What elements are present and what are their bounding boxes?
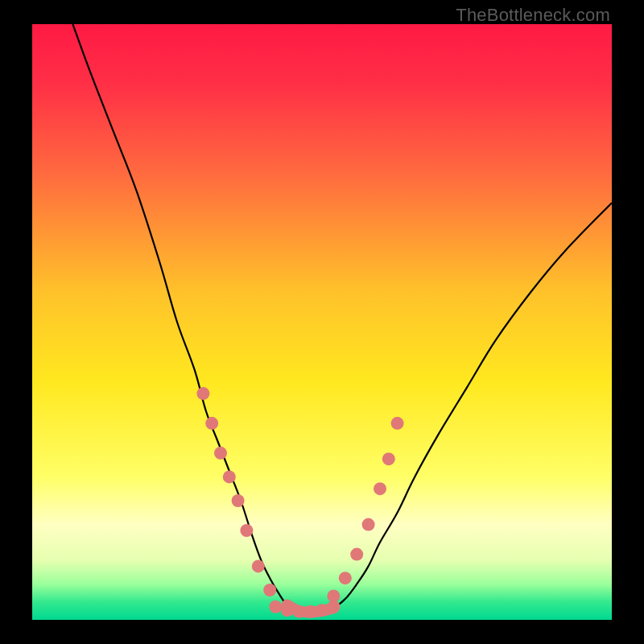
highlight-dot	[281, 604, 294, 617]
highlight-dot	[304, 605, 317, 618]
highlight-dot	[350, 548, 363, 561]
left-curve	[72, 24, 299, 611]
highlight-dot	[205, 417, 218, 430]
highlight-dot	[214, 447, 227, 460]
highlight-dot	[327, 601, 340, 613]
highlight-dot	[232, 494, 245, 507]
highlight-dot	[240, 524, 253, 537]
highlight-dots-right	[327, 417, 403, 603]
right-curve	[322, 203, 612, 611]
highlight-dot	[196, 387, 209, 400]
curves-layer	[32, 24, 612, 620]
highlight-dots-left	[196, 387, 276, 597]
highlight-dot	[316, 604, 328, 617]
highlight-dot	[252, 559, 265, 572]
highlight-dot	[339, 572, 352, 584]
highlight-dot	[391, 417, 404, 430]
highlight-dot	[382, 452, 395, 465]
highlight-dot	[362, 518, 375, 531]
highlight-dot	[374, 482, 386, 495]
highlight-dot	[269, 601, 282, 613]
watermark-text: TheBottleneck.com	[456, 5, 610, 26]
highlight-dot	[292, 605, 305, 618]
highlight-dot	[263, 584, 276, 597]
plot-area	[32, 24, 612, 620]
chart-container: TheBottleneck.com	[0, 0, 644, 644]
highlight-dot	[223, 470, 236, 483]
